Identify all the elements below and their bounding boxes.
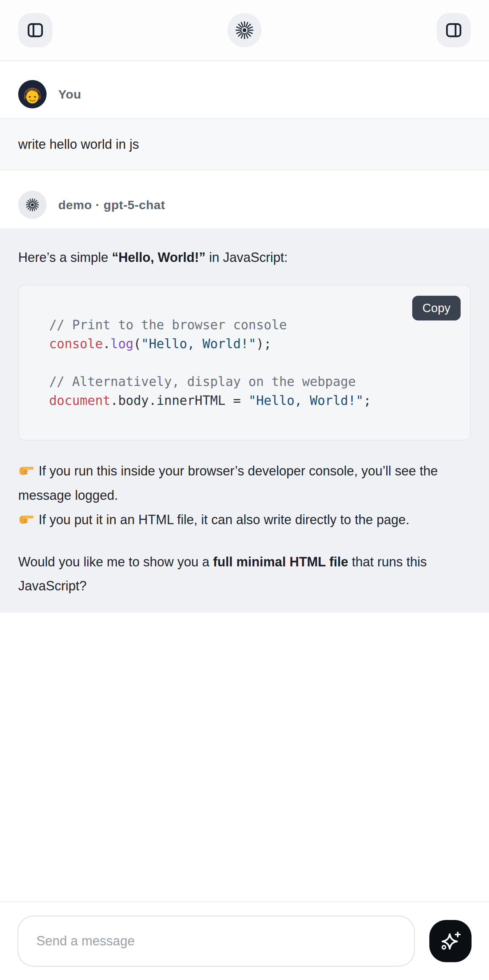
code-line: // Print to the browser console — [49, 315, 456, 334]
code-content[interactable]: // Print to the browser consoleconsole.l… — [19, 286, 470, 440]
code-block: Copy // Print to the browser consolecons… — [18, 285, 471, 441]
intro-bold: “Hello, World!” — [112, 250, 205, 265]
code-line-blank — [49, 353, 456, 372]
pointing-right-emoji-icon — [18, 460, 35, 473]
question-prefix: Would you like me to show you a — [18, 554, 213, 569]
sidebar-left-icon — [25, 21, 45, 40]
code-token: .body.innerHTML = — [111, 393, 248, 408]
send-button[interactable] — [429, 920, 471, 962]
sparkle-plus-icon — [439, 929, 462, 953]
assistant-message-header: demo · gpt-5-chat — [0, 191, 489, 219]
empty-chat-area — [0, 612, 489, 901]
code-token: ( — [134, 336, 141, 351]
code-token: "Hello, World!" — [141, 336, 256, 351]
starburst-icon — [234, 19, 255, 41]
sidebar-right-icon — [444, 21, 464, 40]
app-spinner-button[interactable] — [228, 13, 261, 47]
user-message-text: write hello world in js — [18, 137, 139, 152]
question-paragraph: Would you like me to show you a full min… — [18, 550, 469, 598]
sidebar-toggle-button[interactable] — [18, 13, 53, 47]
code-comment: // Print to the browser console — [49, 318, 287, 332]
code-token: "Hello, World!" — [248, 393, 363, 408]
code-token: document — [49, 393, 111, 408]
intro-paragraph: Here’s a simple “Hello, World!” in JavaS… — [18, 245, 469, 270]
copy-button[interactable]: Copy — [412, 296, 460, 320]
assistant-response: Here’s a simple “Hello, World!” in JavaS… — [0, 228, 489, 612]
right-panel-toggle-button[interactable] — [436, 13, 471, 47]
notes-paragraph: If you run this inside your browser’s de… — [18, 459, 471, 532]
question-bold: full minimal HTML file — [213, 554, 348, 569]
note-text: If you run this inside your browser’s de… — [18, 463, 438, 503]
note-line: If you put it in an HTML file, it can al… — [18, 508, 469, 532]
message-input[interactable] — [18, 916, 415, 967]
top-bar — [0, 0, 489, 61]
code-comment: // Alternatively, display on the webpage — [49, 374, 356, 389]
code-line: document.body.innerHTML = "Hello, World!… — [49, 391, 456, 410]
note-line: If you run this inside your browser’s de… — [18, 459, 469, 508]
composer-bar — [0, 901, 489, 980]
code-token: console — [49, 336, 103, 351]
note-text: If you put it in an HTML file, it can al… — [38, 512, 409, 527]
intro-suffix: in JavaScript: — [205, 250, 288, 265]
assistant-avatar starburst-icon — [18, 191, 46, 219]
user-avatar person-emoji — [18, 80, 46, 108]
code-token: ); — [256, 336, 271, 351]
user-message-body: write hello world in js — [0, 118, 489, 170]
code-line: console.log("Hello, World!"); — [49, 334, 456, 353]
user-name: You — [58, 87, 81, 102]
assistant-model-label: demo · gpt-5-chat — [58, 198, 165, 212]
user-message-header: You — [0, 80, 489, 108]
pointing-right-emoji-icon — [18, 509, 35, 522]
intro-prefix: Here’s a simple — [18, 250, 112, 265]
code-token: ; — [363, 393, 371, 408]
code-token: . — [103, 336, 111, 351]
code-token: log — [111, 336, 134, 351]
code-line: // Alternatively, display on the webpage — [49, 372, 456, 391]
